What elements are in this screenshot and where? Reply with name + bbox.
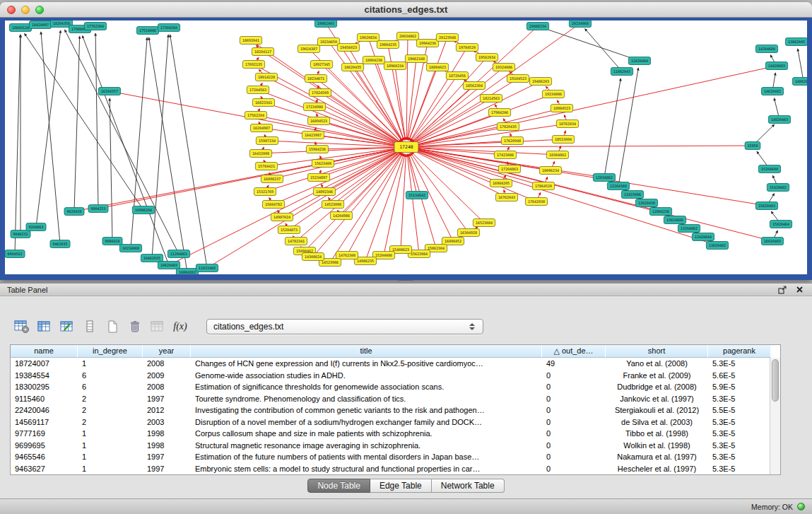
network-canvas[interactable]: 1869204118204117176921351801422817204563…: [5, 21, 807, 274]
close-panel-icon[interactable]: [794, 285, 805, 295]
graph-node[interactable]: 18204117: [252, 48, 273, 56]
table-row[interactable]: 946554611997Estimation of the future num…: [11, 451, 770, 463]
graph-node[interactable]: 16098452: [442, 238, 464, 245]
graph-node[interactable]: 15321769: [254, 188, 276, 196]
column-header-in_degree[interactable]: in_degree: [78, 345, 143, 358]
graph-node[interactable]: 16894523: [307, 117, 329, 125]
tab-node-table[interactable]: Node Table: [307, 479, 370, 493]
column-header-out_degree[interactable]: △ out_de…: [542, 345, 606, 358]
graph-node[interactable]: 15234897: [307, 174, 329, 182]
graph-node[interactable]: 19862403: [314, 21, 336, 28]
graph-node[interactable]: 19234086: [542, 90, 564, 98]
graph-node[interactable]: 13204862: [678, 225, 700, 233]
graph-node[interactable]: 17234986: [303, 103, 325, 111]
memory-status-icon[interactable]: [797, 503, 805, 510]
graph-node[interactable]: 10234068: [119, 245, 141, 252]
graph-node[interactable]: 14620482: [761, 88, 783, 95]
graph-node[interactable]: 18984523: [551, 105, 572, 112]
zoom-window-icon[interactable]: [35, 6, 44, 14]
graph-node[interactable]: 18304862: [546, 151, 568, 159]
graph-node[interactable]: 10620483: [158, 262, 180, 269]
graph-node[interactable]: 19324086: [493, 64, 514, 71]
graph-node[interactable]: 15204873: [278, 226, 300, 234]
select-columns-icon[interactable]: [35, 318, 54, 335]
graph-node[interactable]: 18692041: [240, 37, 261, 45]
network-select[interactable]: citations_edges.txt: [206, 319, 483, 334]
graph-node[interactable]: 16823341: [252, 99, 274, 107]
column-header-short[interactable]: short: [606, 345, 708, 358]
graph-node[interactable]: 14987024: [271, 214, 293, 221]
graph-node[interactable]: 9986024: [102, 238, 122, 245]
graph-node[interactable]: 11023468: [196, 264, 218, 272]
graph-node[interactable]: 16204357: [98, 88, 120, 95]
graph-node[interactable]: 9046231: [11, 230, 30, 238]
edit-table-icon[interactable]: [58, 318, 76, 335]
graph-node[interactable]: 16984205: [490, 180, 512, 187]
graph-node[interactable]: 18562304: [463, 82, 485, 90]
graph-node[interactable]: 11862043: [611, 68, 632, 76]
graph-node[interactable]: 12034862: [593, 174, 615, 182]
graph-node[interactable]: 9620438: [64, 208, 84, 216]
graph-node[interactable]: 19456023: [337, 44, 359, 52]
graph-node[interactable]: 19104523: [507, 75, 529, 83]
table-row[interactable]: 1872400712008Changes of HCN gene express…: [11, 358, 770, 370]
graph-node[interactable]: 16762043: [495, 194, 517, 201]
graph-node[interactable]: 14762308: [336, 252, 358, 259]
graph-node[interactable]: 15784421: [255, 163, 277, 170]
graph-node[interactable]: 14782341: [285, 238, 307, 245]
graph-node[interactable]: 20034862: [396, 33, 418, 40]
tab-network-table[interactable]: Network Table: [432, 479, 505, 493]
graph-node[interactable]: 16432098: [249, 150, 271, 158]
minimize-window-icon[interactable]: [21, 6, 30, 14]
table-row[interactable]: 1938455462009Genome-wide association stu…: [11, 370, 770, 382]
graph-node[interactable]: 16098237: [261, 175, 283, 183]
graph-node[interactable]: 17423086: [494, 151, 516, 159]
graph-node[interactable]: 17824509: [309, 89, 331, 97]
graph-node[interactable]: 17864520: [532, 182, 554, 190]
graph-node[interactable]: 17204563: [247, 86, 269, 94]
table-row[interactable]: 977716911998Corpus callosum shape and si…: [11, 428, 770, 440]
graph-node[interactable]: 18804236: [363, 57, 384, 64]
graph-node[interactable]: 17692135: [242, 61, 264, 69]
graph-node[interactable]: 10986204: [132, 206, 154, 214]
graph-node[interactable]: 18096234: [539, 167, 561, 175]
column-header-title[interactable]: title: [191, 345, 542, 358]
graph-node[interactable]: 19062348: [405, 55, 427, 63]
table-row[interactable]: 911546021997Tourette syndrome. Phenomeno…: [11, 393, 770, 405]
table-row[interactable]: 1456911722003Disruption of a novel membe…: [11, 416, 770, 428]
graph-node[interactable]: 19784520: [456, 44, 478, 52]
network-view[interactable]: 1869204118204117176921351801422817204563…: [5, 21, 807, 274]
graph-node[interactable]: 15987234: [256, 137, 278, 145]
graph-node[interactable]: 18523094: [552, 136, 574, 144]
new-file-icon[interactable]: [103, 318, 122, 335]
rows-icon[interactable]: [81, 318, 99, 335]
graph-node[interactable]: 14892346: [313, 188, 335, 196]
graph-node[interactable]: 12620438: [635, 199, 657, 207]
graph-node[interactable]: 17642038: [525, 198, 547, 206]
graph-node[interactable]: 14820463: [768, 116, 790, 124]
table-row[interactable]: 1830029562008Estimation of significance …: [11, 381, 770, 393]
graph-node[interactable]: 16204987: [250, 124, 272, 132]
graph-node[interactable]: 8904562: [5, 250, 25, 258]
graph-node[interactable]: 14420683: [765, 62, 787, 70]
table-row[interactable]: 2242004622012Investigating the contribut…: [11, 404, 770, 416]
column-header-name[interactable]: name: [11, 345, 78, 358]
column-header-pagerank[interactable]: pagerank: [708, 345, 771, 358]
function-icon[interactable]: f(x): [171, 318, 189, 335]
graph-node[interactable]: 18894023: [426, 64, 448, 71]
graph-node[interactable]: 16523084: [473, 219, 495, 227]
graph-node[interactable]: 18420097: [29, 21, 51, 29]
graph-node[interactable]: 14204986: [330, 212, 352, 220]
window-titlebar[interactable]: citations_edges.txt: [0, 2, 812, 18]
graph-node[interactable]: 15958: [745, 142, 760, 150]
graph-node[interactable]: 17562204: [245, 112, 266, 119]
graph-node[interactable]: 19562034: [476, 54, 498, 62]
graph-node[interactable]: 17304268: [158, 24, 180, 32]
graph-node[interactable]: 18620435: [341, 64, 363, 71]
graph-node[interactable]: 12204368: [607, 182, 629, 190]
graph-node[interactable]: 18214563: [480, 95, 502, 103]
graph-node[interactable]: 15820464: [770, 221, 792, 228]
graph-node[interactable]: 14062048: [792, 78, 807, 86]
graph-node[interactable]: 9462035: [50, 240, 70, 248]
delete-icon[interactable]: [126, 318, 144, 335]
